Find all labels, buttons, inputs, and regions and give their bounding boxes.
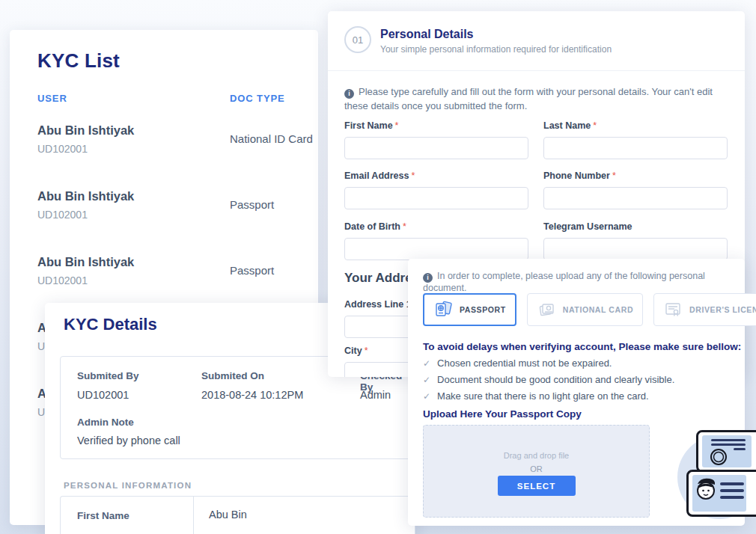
- telegram-group: Telegram Username: [543, 221, 728, 260]
- personal-information-section-header: PERSONAL INFORMATION: [64, 481, 192, 490]
- user-id: UD102001: [37, 274, 88, 286]
- info-icon: i: [344, 89, 354, 99]
- doc-option-passport[interactable]: PASSPORT: [423, 293, 516, 326]
- doc-option-label: PASSPORT: [460, 305, 506, 314]
- personal-details-title: Personal Details: [380, 28, 474, 41]
- dropzone-or: OR: [424, 464, 649, 473]
- kyc-dashboard-composite: KYC List USER DOC TYPE Abu Bin Ishtiyak …: [0, 0, 756, 534]
- dob-label: Date of Birth*: [344, 221, 528, 232]
- dropzone-hint: Drag and drop file: [424, 451, 649, 460]
- user-name: Abu Bin Ishtiyak: [37, 189, 134, 203]
- user-id: UD102001: [37, 209, 88, 221]
- personal-information-table: First Name Abu Bin: [60, 496, 415, 534]
- doc-option-label: NATIONAL CARD: [563, 305, 633, 314]
- kyc-list-row[interactable]: Abu Bin Ishtiyak UD102001 Passport: [37, 254, 318, 304]
- email-label: Email Address*: [344, 171, 528, 181]
- submitted-on-label: Submited On: [201, 370, 264, 381]
- column-header-doc-type: DOC TYPE: [230, 93, 285, 104]
- id-card-photo-graphic: [689, 472, 756, 515]
- step-number-badge: 01: [344, 26, 371, 53]
- required-asterisk: *: [593, 120, 597, 131]
- first-name-label: First Name*: [344, 120, 528, 131]
- check-icon: ✓: [423, 358, 430, 369]
- dob-group: Date of Birth*: [344, 221, 528, 260]
- info-icon: i: [423, 273, 433, 283]
- info-row-label: First Name: [77, 510, 129, 521]
- doc-type-value: Passport: [230, 264, 274, 277]
- doc-option-drivers-license[interactable]: DRIVER'S LICENSE: [653, 293, 756, 326]
- info-row-value: Abu Bin: [209, 509, 247, 521]
- upload-note: iIn order to complete, please upload any…: [423, 271, 745, 293]
- form-note-text: Please type carefully and fill out the f…: [344, 86, 713, 111]
- first-name-field[interactable]: [344, 137, 528, 159]
- admin-note-value: Verified by phone call: [77, 435, 180, 446]
- submitted-on-value: 2018-08-24 10:12PM: [201, 389, 303, 401]
- admin-note-label: Admin Note: [77, 417, 134, 428]
- info-row-label-cell: First Name: [61, 497, 194, 534]
- kyc-list-title: KYC List: [37, 49, 120, 73]
- drivers-license-icon: [663, 301, 683, 319]
- user-name: Abu Bin Ishtiyak: [37, 255, 134, 269]
- first-name-group: First Name*: [344, 120, 528, 159]
- last-name-group: Last Name*: [543, 120, 728, 159]
- kyc-list-row[interactable]: Abu Bin Ishtiyak UD102001 Passport: [37, 188, 318, 238]
- id-card-illustration-top: [696, 430, 756, 473]
- user-name: Abu Bin Ishtiyak: [37, 123, 134, 138]
- doc-option-national-card[interactable]: NATIONAL CARD: [527, 293, 643, 326]
- verify-warning-title: To avoid delays when verifying account, …: [423, 341, 741, 352]
- check-icon: ✓: [423, 391, 430, 402]
- last-name-label: Last Name*: [543, 120, 728, 131]
- last-name-field[interactable]: [543, 137, 728, 159]
- telegram-label: Telegram Username: [543, 221, 728, 232]
- required-asterisk: *: [612, 171, 616, 181]
- email-group: Email Address*: [344, 171, 528, 209]
- id-card-illustration-bottom: [686, 470, 756, 517]
- required-asterisk: *: [411, 171, 415, 181]
- check-icon: ✓: [423, 375, 430, 385]
- checklist-item: ✓Make sure that there is no light glare …: [423, 390, 649, 402]
- user-id: UD102001: [37, 143, 88, 155]
- phone-label: Phone Number*: [543, 171, 728, 181]
- column-header-user: USER: [37, 93, 67, 104]
- upload-heading: Upload Here Your Passport Copy: [423, 408, 582, 420]
- doc-type-value: Passport: [230, 198, 274, 211]
- national-card-icon: [537, 301, 556, 319]
- telegram-field[interactable]: [543, 238, 728, 260]
- select-file-button[interactable]: SELECT: [498, 476, 576, 496]
- form-note: iPlease type carefully and fill out the …: [344, 85, 731, 113]
- phone-field[interactable]: [543, 187, 728, 209]
- personal-details-subtitle: Your simple personal information require…: [380, 44, 612, 55]
- email-field[interactable]: [344, 187, 528, 209]
- id-card-graphic: [698, 432, 756, 470]
- checklist-item: ✓Chosen credential must not be expaired.: [423, 357, 612, 369]
- checklist-item: ✓Document should be good condition and c…: [423, 374, 674, 385]
- file-dropzone[interactable]: Drag and drop file OR SELECT: [423, 425, 650, 518]
- document-type-options: PASSPORT NATIONAL CARD DRIVER'S: [423, 293, 756, 326]
- checked-by-value: Admin: [360, 389, 391, 401]
- submitted-by-label: Submited By: [77, 370, 139, 381]
- personal-details-header: 01 Personal Details Your simple personal…: [328, 11, 745, 71]
- required-asterisk: *: [365, 346, 368, 356]
- doc-option-label: DRIVER'S LICENSE: [689, 305, 756, 314]
- phone-group: Phone Number*: [543, 171, 728, 209]
- upload-note-text: In order to complete, please upload any …: [423, 271, 705, 293]
- submitted-by-value: UD102001: [77, 389, 129, 401]
- kyc-details-title: KYC Details: [64, 315, 157, 334]
- kyc-list-row[interactable]: Abu Bin Ishtiyak UD102001 National ID Ca…: [37, 123, 318, 172]
- required-asterisk: *: [403, 221, 406, 232]
- required-asterisk: *: [395, 120, 399, 131]
- dob-field[interactable]: [344, 238, 528, 260]
- passport-icon: [433, 301, 453, 319]
- doc-type-value: National ID Card: [230, 132, 313, 145]
